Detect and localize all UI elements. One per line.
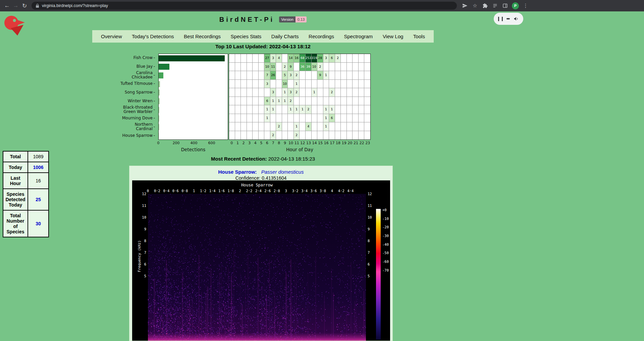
- heatmap-cell: 1: [270, 97, 276, 106]
- detection-scientific-name[interactable]: Passer domesticus: [261, 169, 304, 175]
- spectrogram-y-tick-right: 7: [368, 250, 376, 254]
- volume-icon[interactable]: [514, 16, 519, 21]
- heatmap-cell: [364, 105, 370, 114]
- audio-player[interactable]: [494, 13, 523, 25]
- heatmap-cell: [335, 80, 341, 89]
- heatmap-cell: 10: [264, 63, 270, 71]
- hourly-heatmap: 2734141668253319283621011293639102726532…: [229, 54, 371, 140]
- heatmap-cell: [229, 131, 235, 140]
- url-bar[interactable]: virginia.birdnetpi.com/?stream=play: [32, 2, 457, 10]
- heatmap-cell: [335, 131, 341, 140]
- species-label-text: Carolina Chickadee: [117, 71, 153, 79]
- heatmap-cell: [282, 54, 288, 63]
- hour-axis-tick: 9: [284, 141, 286, 145]
- heatmap-cell: [259, 97, 265, 106]
- menu-dots-icon[interactable]: ⋮: [522, 2, 529, 9]
- nav-item-daily-charts[interactable]: Daily Charts: [271, 34, 299, 39]
- heatmap-cell: [300, 80, 306, 89]
- heatmap-cell: [294, 97, 300, 106]
- nav-item-view-log[interactable]: View Log: [383, 34, 403, 39]
- stat-value[interactable]: 25: [28, 189, 49, 210]
- heatmap-cell: 11: [270, 63, 276, 71]
- heatmap-cell: [300, 122, 306, 131]
- heatmap-cell: 2: [306, 105, 312, 114]
- heatmap-cell: [276, 63, 282, 71]
- heatmap-cell: [335, 122, 341, 131]
- heatmap-cell: [282, 105, 288, 114]
- reload-button[interactable]: ↻: [20, 1, 29, 10]
- stat-value[interactable]: 30: [28, 210, 49, 237]
- back-button[interactable]: ←: [3, 1, 11, 10]
- nav-item-species-stats[interactable]: Species Stats: [231, 34, 262, 39]
- profile-avatar[interactable]: P: [512, 2, 519, 9]
- heatmap-cell: [270, 114, 276, 123]
- browser-window: ← → ↻ virginia.birdnetpi.com/?stream=pla…: [0, 0, 644, 341]
- detections-bar: [159, 133, 159, 139]
- heatmap-cell: [288, 80, 294, 89]
- detection-card: House Sparrow: Passer domesticus Confide…: [129, 166, 393, 341]
- heatmap-cell: [247, 63, 253, 71]
- heatmap-cell: [300, 71, 306, 80]
- detections-axis-tick: 600: [208, 141, 215, 145]
- heatmap-cell: [335, 71, 341, 80]
- heatmap-cell: [347, 97, 353, 106]
- spectrogram-x-tick: 3·4: [301, 189, 308, 193]
- heatmap-cell: [282, 131, 288, 140]
- heatmap-cell: [347, 122, 353, 131]
- spectrogram-x-tick: 1: [193, 189, 195, 193]
- heatmap-cell: [235, 80, 241, 89]
- nav-item-recordings[interactable]: Recordings: [309, 34, 334, 39]
- heatmap-cell: [247, 122, 253, 131]
- heatmap-cell: 1: [329, 105, 335, 114]
- heatmap-cell: [276, 88, 282, 97]
- heatmap-cell: [364, 131, 370, 140]
- heatmap-cell: [229, 88, 235, 97]
- pause-icon[interactable]: [498, 17, 503, 21]
- side-panel-icon[interactable]: [502, 2, 508, 9]
- heatmap-cell: [341, 80, 347, 89]
- heatmap-cell: 9: [317, 71, 323, 80]
- recent-detection-line: Most Recent Detection: 2022-04-13 18:15:…: [0, 156, 526, 162]
- bookmark-star-icon[interactable]: ☆: [472, 2, 478, 9]
- heatmap-cell: [317, 122, 323, 131]
- seek-dash: [506, 18, 510, 19]
- heatmap-cell: [270, 80, 276, 89]
- heatmap-cell: [247, 88, 253, 97]
- spectrogram-x-tick: 0·2: [154, 189, 160, 193]
- nav-item-tools[interactable]: Tools: [413, 34, 425, 39]
- forward-button[interactable]: →: [11, 1, 20, 10]
- heatmap-cell: 2: [294, 71, 300, 80]
- species-label-text: Fish Crow: [133, 56, 153, 60]
- heatmap-cell: [253, 80, 259, 89]
- heatmap-cell: [300, 88, 306, 97]
- hour-axis-tick: 6: [266, 141, 268, 145]
- heatmap-cell: [241, 54, 247, 63]
- heatmap-cell: [341, 71, 347, 80]
- spectrogram-x-tick: 0·8: [181, 189, 188, 193]
- detections-bar: [159, 115, 159, 121]
- detection-common-name[interactable]: House Sparrow:: [218, 169, 257, 175]
- heatmap-cell: 16: [294, 54, 300, 63]
- send-icon[interactable]: [462, 2, 468, 9]
- top10-heading: Top 10 Last Updated: 2022-04-13 18:12: [0, 44, 526, 50]
- heatmap-cell: 4: [306, 122, 312, 131]
- confidence-value: 0.41351604: [262, 175, 286, 181]
- nav-item-spectrogram[interactable]: Spectrogram: [344, 34, 373, 39]
- nav-item-today-s-detections[interactable]: Today's Detections: [132, 34, 174, 39]
- heatmap-cell: [312, 114, 318, 123]
- heatmap-cell: [359, 54, 365, 63]
- heatmap-cell: 27: [264, 54, 270, 63]
- colorbar-tick: +0: [382, 208, 387, 212]
- stat-value[interactable]: 1006: [28, 162, 49, 173]
- heatmap-cell: [247, 114, 253, 123]
- heatmap-cell: [359, 80, 365, 89]
- extensions-icon[interactable]: [482, 2, 488, 9]
- heatmap-cell: 2: [270, 131, 276, 140]
- nav-item-overview[interactable]: Overview: [101, 34, 122, 39]
- nav-item-best-recordings[interactable]: Best Recordings: [184, 34, 221, 39]
- heatmap-cell: [335, 63, 341, 71]
- colorbar-tick: -40: [382, 242, 389, 246]
- birdnet-page: BirdNET-Pi Version 0.13 OverviewToday's …: [0, 11, 644, 341]
- reading-list-icon[interactable]: [492, 2, 498, 9]
- heatmap-cell: 1: [270, 105, 276, 114]
